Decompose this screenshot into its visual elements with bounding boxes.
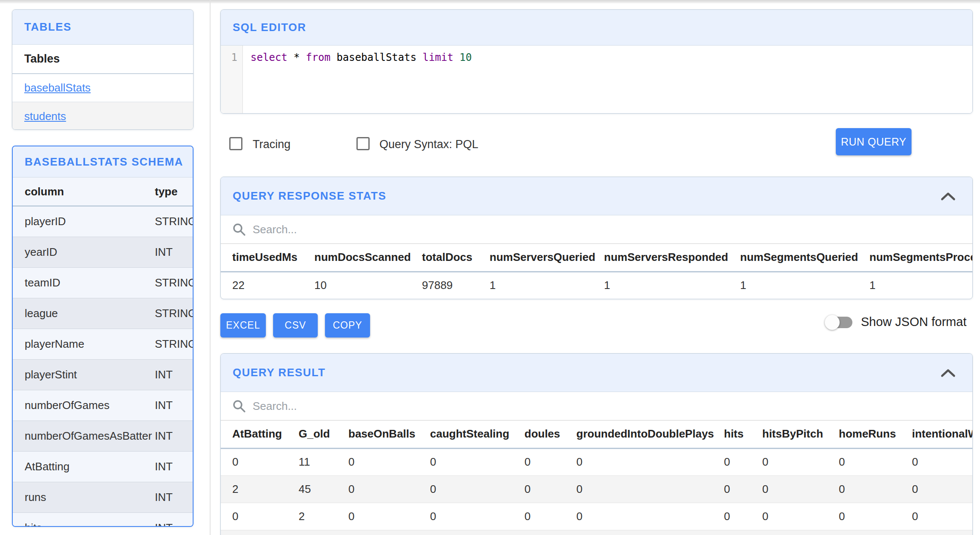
stats-search-input[interactable]	[253, 223, 550, 236]
result-cell: 0	[762, 448, 839, 475]
result-cell: 0	[524, 448, 576, 475]
result-cell: 0	[221, 448, 299, 475]
schema-row: numberOfGamesINT	[13, 390, 193, 421]
result-col-header: hitsByPitch	[762, 421, 839, 448]
result-cell	[221, 530, 973, 535]
copy-button[interactable]: COPY	[325, 313, 370, 338]
result-cell: 45	[299, 475, 348, 503]
sidebar-divider	[210, 0, 211, 535]
result-header-row: AtBatting G_old baseOnBalls caughtSteali…	[221, 421, 973, 448]
result-col-header: G_old	[299, 421, 348, 448]
schema-row: hitsINT	[13, 512, 193, 527]
sql-editor-panel: SQL EDITOR 1 select * from baseballStats…	[220, 9, 973, 114]
table-link-students[interactable]: students	[24, 110, 66, 123]
schema-row: playerNameSTRING	[13, 329, 193, 359]
result-cell: 0	[724, 448, 762, 475]
schema-cell: league	[13, 298, 155, 329]
stats-col-header: numServersResponded	[604, 244, 740, 272]
result-cell: 0	[912, 448, 973, 475]
schema-cell: STRING	[155, 206, 193, 237]
table-link-baseballStats[interactable]: baseballStats	[24, 81, 91, 94]
csv-button[interactable]: CSV	[273, 313, 318, 338]
schema-cell: STRING	[155, 329, 193, 359]
schema-col-header: column	[13, 177, 155, 206]
result-search-input[interactable]	[253, 400, 550, 413]
table-list-item[interactable]: students	[12, 102, 193, 130]
stats-cell: 1	[490, 272, 604, 299]
schema-cell: INT	[155, 359, 193, 390]
result-cell: 0	[724, 503, 762, 530]
sql-code-line[interactable]: select * from baseballStats limit 10	[243, 46, 472, 114]
stats-data-row: 22 10 97889 1 1 1 1	[221, 272, 973, 299]
sql-token: select	[251, 51, 288, 63]
schema-header-row: column type	[13, 177, 193, 206]
schema-cell: INT	[155, 237, 193, 267]
result-cell: 0	[524, 503, 576, 530]
schema-cell: INT	[155, 421, 193, 451]
schema-row: teamIDSTRING	[13, 267, 193, 298]
stats-table: timeUsedMs numDocsScanned totalDocs numS…	[221, 244, 973, 299]
schema-cell: yearID	[13, 237, 155, 267]
result-col-header: doules	[524, 421, 576, 448]
schema-cell: INT	[155, 390, 193, 421]
schema-cell: numberOfGames	[13, 390, 155, 421]
result-cell: 0	[348, 503, 430, 530]
schema-row: AtBattingINT	[13, 451, 193, 482]
chevron-up-icon[interactable]	[940, 191, 956, 201]
result-cell: 2	[299, 503, 348, 530]
editor-line-number: 1	[221, 46, 243, 114]
result-col-header: groundedIntoDoublePlays	[576, 421, 724, 448]
query-response-stats-panel: QUERY RESPONSE STATS timeUsedMs numDocsS…	[220, 177, 973, 299]
result-cell: 0	[912, 475, 973, 503]
result-cell: 0	[348, 475, 430, 503]
result-col-header: hits	[724, 421, 762, 448]
tracing-checkbox[interactable]	[229, 137, 242, 150]
sql-token	[453, 51, 459, 63]
stats-cell: 97889	[422, 272, 490, 299]
table-list-item[interactable]: baseballStats	[12, 73, 193, 102]
stats-cell: 22	[221, 272, 314, 299]
stats-col-header: totalDocs	[422, 244, 490, 272]
stats-cell: 1	[604, 272, 740, 299]
stats-col-header: timeUsedMs	[221, 244, 314, 272]
json-format-toggle[interactable]	[826, 317, 852, 328]
schema-cell: STRING	[155, 267, 193, 298]
result-col-header: baseOnBalls	[348, 421, 430, 448]
query-response-stats-title: QUERY RESPONSE STATS	[233, 189, 386, 203]
schema-cell: INT	[155, 482, 193, 512]
schema-cell: playerID	[13, 206, 155, 237]
schema-row: runsINT	[13, 482, 193, 512]
stats-cell: 1	[869, 272, 973, 299]
schema-row: leagueSTRING	[13, 298, 193, 329]
result-cell: 0	[762, 475, 839, 503]
table-row-partial	[221, 530, 973, 535]
result-table: AtBatting G_old baseOnBalls caughtSteali…	[221, 421, 973, 535]
result-cell: 0	[348, 448, 430, 475]
stats-search-row	[221, 215, 972, 244]
result-search-row	[221, 392, 972, 421]
result-cell: 0	[430, 475, 524, 503]
tables-panel-title: TABLES	[12, 10, 193, 45]
stats-col-header: numSegmentsProcessed	[869, 244, 973, 272]
schema-cell: numberOfGamesAsBatter	[13, 421, 155, 451]
result-cell: 0	[524, 475, 576, 503]
schema-table: column type playerIDSTRING yearIDINT tea…	[13, 177, 193, 527]
query-result-panel: QUERY RESULT AtBatting G_old baseOnBalls…	[220, 353, 973, 535]
stats-cell: 10	[314, 272, 422, 299]
sql-editor[interactable]: 1 select * from baseballStats limit 10	[221, 46, 972, 114]
search-icon	[232, 223, 246, 236]
result-cell: 2	[221, 475, 299, 503]
stats-col-header: numSegmentsQueried	[740, 244, 869, 272]
schema-cell: STRING	[155, 298, 193, 329]
result-cell: 0	[576, 503, 724, 530]
schema-cell: playerName	[13, 329, 155, 359]
excel-button[interactable]: EXCEL	[220, 313, 266, 338]
run-query-button[interactable]: RUN QUERY	[836, 128, 912, 155]
pql-syntax-checkbox[interactable]	[356, 137, 370, 150]
toggle-knob[interactable]	[825, 315, 840, 330]
chevron-up-icon[interactable]	[940, 368, 956, 378]
schema-cell: INT	[155, 451, 193, 482]
schema-row: playerIDSTRING	[13, 206, 193, 237]
schema-cell: AtBatting	[13, 451, 155, 482]
sql-token: baseballStats	[330, 51, 423, 63]
